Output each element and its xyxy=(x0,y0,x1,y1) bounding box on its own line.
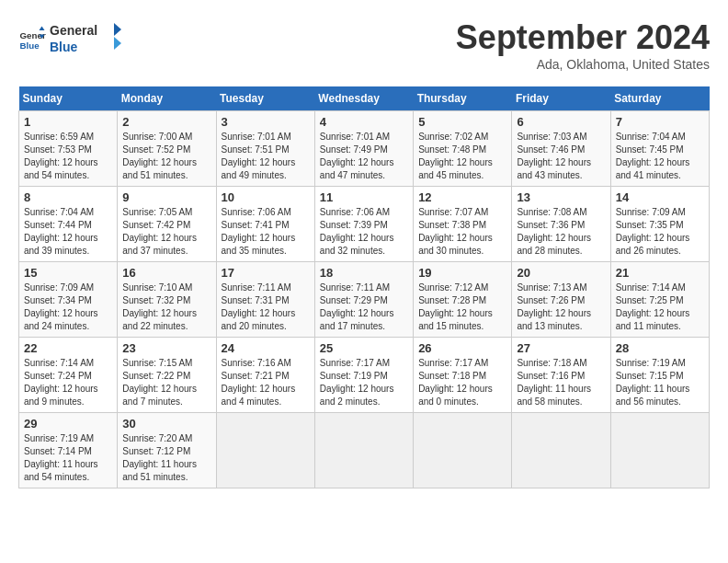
calendar-cell: 4Sunrise: 7:01 AM Sunset: 7:49 PM Daylig… xyxy=(314,111,413,187)
calendar-week-4: 22Sunrise: 7:14 AM Sunset: 7:24 PM Dayli… xyxy=(19,338,710,413)
day-number: 2 xyxy=(122,115,210,129)
calendar-table: SundayMondayTuesdayWednesdayThursdayFrid… xyxy=(18,86,710,488)
calendar-cell: 16Sunrise: 7:10 AM Sunset: 7:32 PM Dayli… xyxy=(118,262,216,338)
calendar-week-1: 1Sunrise: 6:59 AM Sunset: 7:53 PM Daylig… xyxy=(19,111,710,187)
calendar-cell: 18Sunrise: 7:11 AM Sunset: 7:29 PM Dayli… xyxy=(314,262,413,338)
day-number: 3 xyxy=(222,115,310,129)
month-title: September 2024 xyxy=(456,18,710,57)
day-info: Sunrise: 7:07 AM Sunset: 7:38 PM Dayligh… xyxy=(418,206,506,258)
day-number: 27 xyxy=(517,341,605,355)
svg-text:Blue: Blue xyxy=(50,40,78,54)
day-number: 11 xyxy=(320,190,408,204)
day-header-sunday: Sunday xyxy=(19,86,118,111)
day-info: Sunrise: 7:06 AM Sunset: 7:39 PM Dayligh… xyxy=(320,206,408,258)
day-number: 10 xyxy=(222,190,310,204)
calendar-week-3: 15Sunrise: 7:09 AM Sunset: 7:34 PM Dayli… xyxy=(19,262,710,338)
day-number: 7 xyxy=(616,115,704,129)
day-number: 12 xyxy=(418,190,506,204)
calendar-cell: 17Sunrise: 7:11 AM Sunset: 7:31 PM Dayli… xyxy=(216,262,314,338)
day-header-friday: Friday xyxy=(512,86,610,111)
day-number: 22 xyxy=(24,341,112,355)
calendar-cell: 5Sunrise: 7:02 AM Sunset: 7:48 PM Daylig… xyxy=(414,111,512,187)
svg-text:Blue: Blue xyxy=(20,40,40,51)
calendar-cell: 23Sunrise: 7:15 AM Sunset: 7:22 PM Dayli… xyxy=(118,338,216,413)
day-number: 5 xyxy=(418,115,506,129)
day-info: Sunrise: 7:08 AM Sunset: 7:36 PM Dayligh… xyxy=(517,206,605,258)
day-number: 16 xyxy=(122,266,210,280)
calendar-week-5: 29Sunrise: 7:19 AM Sunset: 7:14 PM Dayli… xyxy=(19,413,710,488)
calendar-cell xyxy=(512,413,610,488)
day-header-tuesday: Tuesday xyxy=(216,86,314,111)
calendar-cell: 26Sunrise: 7:17 AM Sunset: 7:18 PM Dayli… xyxy=(414,338,512,413)
calendar-cell: 7Sunrise: 7:04 AM Sunset: 7:45 PM Daylig… xyxy=(610,111,709,187)
day-number: 29 xyxy=(24,417,112,431)
calendar-cell: 1Sunrise: 6:59 AM Sunset: 7:53 PM Daylig… xyxy=(19,111,118,187)
calendar-cell: 13Sunrise: 7:08 AM Sunset: 7:36 PM Dayli… xyxy=(512,187,610,262)
day-info: Sunrise: 7:18 AM Sunset: 7:16 PM Dayligh… xyxy=(517,357,605,408)
day-info: Sunrise: 7:14 AM Sunset: 7:24 PM Dayligh… xyxy=(24,357,112,408)
day-number: 14 xyxy=(616,190,704,204)
day-info: Sunrise: 7:11 AM Sunset: 7:29 PM Dayligh… xyxy=(320,282,408,333)
calendar-cell xyxy=(610,413,709,488)
day-info: Sunrise: 7:17 AM Sunset: 7:19 PM Dayligh… xyxy=(320,357,408,408)
day-header-wednesday: Wednesday xyxy=(314,86,413,111)
calendar-cell xyxy=(314,413,413,488)
day-info: Sunrise: 7:11 AM Sunset: 7:31 PM Dayligh… xyxy=(222,282,310,333)
day-number: 23 xyxy=(122,341,210,355)
day-info: Sunrise: 7:15 AM Sunset: 7:22 PM Dayligh… xyxy=(122,357,210,408)
day-number: 30 xyxy=(122,417,210,431)
day-info: Sunrise: 7:10 AM Sunset: 7:32 PM Dayligh… xyxy=(122,282,210,333)
calendar-cell: 22Sunrise: 7:14 AM Sunset: 7:24 PM Dayli… xyxy=(19,338,118,413)
days-header-row: SundayMondayTuesdayWednesdayThursdayFrid… xyxy=(19,86,710,111)
logo-icon: General Blue xyxy=(18,25,46,52)
calendar-cell: 25Sunrise: 7:17 AM Sunset: 7:19 PM Dayli… xyxy=(314,338,413,413)
day-number: 18 xyxy=(320,266,408,280)
svg-marker-7 xyxy=(114,37,121,50)
day-info: Sunrise: 7:12 AM Sunset: 7:28 PM Dayligh… xyxy=(418,282,506,333)
day-info: Sunrise: 7:05 AM Sunset: 7:42 PM Dayligh… xyxy=(122,206,210,258)
title-area: September 2024 Ada, Oklahoma, United Sta… xyxy=(456,18,710,72)
day-info: Sunrise: 7:03 AM Sunset: 7:46 PM Dayligh… xyxy=(517,131,605,182)
day-info: Sunrise: 6:59 AM Sunset: 7:53 PM Dayligh… xyxy=(24,131,112,182)
calendar-cell xyxy=(414,413,512,488)
calendar-cell: 27Sunrise: 7:18 AM Sunset: 7:16 PM Dayli… xyxy=(512,338,610,413)
calendar-cell: 24Sunrise: 7:16 AM Sunset: 7:21 PM Dayli… xyxy=(216,338,314,413)
calendar-cell: 2Sunrise: 7:00 AM Sunset: 7:52 PM Daylig… xyxy=(118,111,216,187)
day-info: Sunrise: 7:06 AM Sunset: 7:41 PM Dayligh… xyxy=(222,206,310,258)
day-header-thursday: Thursday xyxy=(414,86,512,111)
day-number: 1 xyxy=(24,115,112,129)
day-header-monday: Monday xyxy=(118,86,216,111)
calendar-cell: 21Sunrise: 7:14 AM Sunset: 7:25 PM Dayli… xyxy=(610,262,709,338)
day-info: Sunrise: 7:19 AM Sunset: 7:14 PM Dayligh… xyxy=(24,432,112,484)
day-info: Sunrise: 7:01 AM Sunset: 7:51 PM Dayligh… xyxy=(222,131,310,182)
day-info: Sunrise: 7:02 AM Sunset: 7:48 PM Dayligh… xyxy=(418,131,506,182)
day-info: Sunrise: 7:04 AM Sunset: 7:45 PM Dayligh… xyxy=(616,131,704,182)
day-info: Sunrise: 7:09 AM Sunset: 7:34 PM Dayligh… xyxy=(24,282,112,333)
day-number: 17 xyxy=(222,266,310,280)
calendar-cell: 30Sunrise: 7:20 AM Sunset: 7:12 PM Dayli… xyxy=(118,413,216,488)
day-number: 13 xyxy=(517,190,605,204)
day-number: 9 xyxy=(122,190,210,204)
day-info: Sunrise: 7:09 AM Sunset: 7:35 PM Dayligh… xyxy=(616,206,704,258)
calendar-cell: 15Sunrise: 7:09 AM Sunset: 7:34 PM Dayli… xyxy=(19,262,118,338)
day-number: 19 xyxy=(418,266,506,280)
svg-marker-6 xyxy=(114,23,121,36)
logo: General Blue General Blue xyxy=(18,18,123,59)
day-number: 4 xyxy=(320,115,408,129)
day-number: 15 xyxy=(24,266,112,280)
day-info: Sunrise: 7:14 AM Sunset: 7:25 PM Dayligh… xyxy=(616,282,704,333)
calendar-cell: 29Sunrise: 7:19 AM Sunset: 7:14 PM Dayli… xyxy=(19,413,118,488)
calendar-cell: 8Sunrise: 7:04 AM Sunset: 7:44 PM Daylig… xyxy=(19,187,118,262)
calendar-cell: 9Sunrise: 7:05 AM Sunset: 7:42 PM Daylig… xyxy=(118,187,216,262)
calendar-cell: 10Sunrise: 7:06 AM Sunset: 7:41 PM Dayli… xyxy=(216,187,314,262)
calendar-week-2: 8Sunrise: 7:04 AM Sunset: 7:44 PM Daylig… xyxy=(19,187,710,262)
day-info: Sunrise: 7:17 AM Sunset: 7:18 PM Dayligh… xyxy=(418,357,506,408)
logo-text-block: General Blue xyxy=(50,18,123,59)
day-info: Sunrise: 7:16 AM Sunset: 7:21 PM Dayligh… xyxy=(222,357,310,408)
calendar-cell: 28Sunrise: 7:19 AM Sunset: 7:15 PM Dayli… xyxy=(610,338,709,413)
day-info: Sunrise: 7:13 AM Sunset: 7:26 PM Dayligh… xyxy=(517,282,605,333)
day-info: Sunrise: 7:01 AM Sunset: 7:49 PM Dayligh… xyxy=(320,131,408,182)
day-number: 8 xyxy=(24,190,112,204)
day-header-saturday: Saturday xyxy=(610,86,709,111)
calendar-cell: 6Sunrise: 7:03 AM Sunset: 7:46 PM Daylig… xyxy=(512,111,610,187)
